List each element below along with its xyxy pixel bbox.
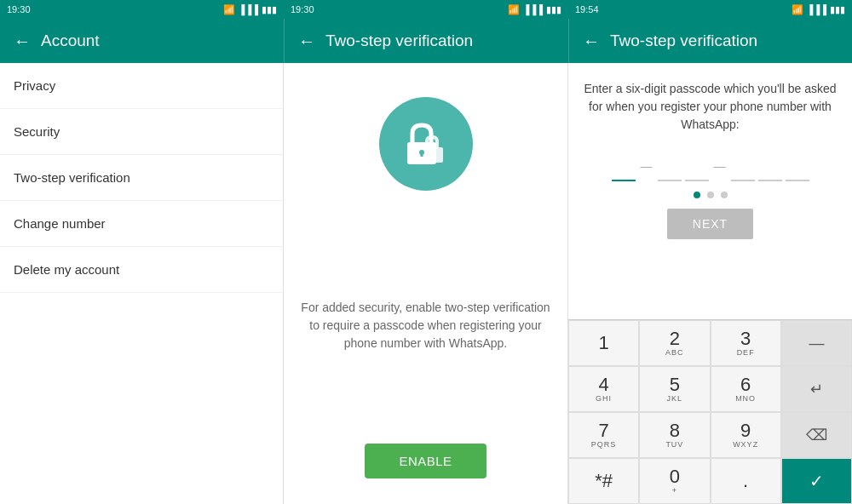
wifi-icon-right: 📶: [792, 4, 803, 15]
app-bar-mid: ← Two-step verification: [284, 19, 568, 63]
status-bar-right: 19:54 📶 ▐▐▐ ▮▮▮: [568, 0, 852, 19]
passcode-digit-2[interactable]: [658, 151, 682, 181]
numpad-key-5[interactable]: 5 JKL: [639, 366, 710, 412]
numpad-key-0[interactable]: 0 +: [639, 458, 710, 504]
numpad-letters-3: DEF: [737, 348, 755, 357]
numpad-letters-4: GHI: [596, 394, 612, 403]
status-bars: 19:30 📶 ▐▐▐ ▮▮▮ 19:30 📶 ▐▐▐ ▮▮▮ 19:54 📶 …: [0, 0, 852, 19]
status-bar-mid: 19:30 📶 ▐▐▐ ▮▮▮: [284, 0, 568, 19]
numpad-num-3: 3: [740, 329, 751, 348]
back-button-left[interactable]: ←: [14, 32, 31, 51]
numpad-key-dash[interactable]: —: [781, 320, 852, 366]
numpad-key-4[interactable]: 4 GHI: [568, 366, 639, 412]
svg-rect-1: [424, 147, 443, 163]
passcode-digit-6[interactable]: [786, 151, 809, 181]
numpad-num-7: 7: [599, 421, 609, 440]
signal-icon-mid: ▐▐▐: [523, 4, 543, 14]
back-button-right[interactable]: ←: [583, 32, 600, 51]
passcode-description: Enter a six-digit passcode which you'll …: [582, 80, 838, 134]
app-bar-title-right: Two-step verification: [610, 32, 757, 50]
time-right: 19:54: [575, 4, 599, 14]
dots-row: [582, 192, 838, 198]
passcode-digit-1[interactable]: [612, 151, 636, 181]
enable-button[interactable]: ENABLE: [365, 444, 486, 478]
numpad-letters-8: TUV: [665, 440, 683, 449]
numpad-key-confirm[interactable]: ✓: [781, 458, 852, 504]
dot-2: [707, 192, 714, 198]
signal-icon: ▐▐▐: [239, 4, 258, 14]
passcode-digit-5[interactable]: [758, 151, 782, 181]
wifi-icon: 📶: [223, 4, 235, 15]
next-button[interactable]: NEXT: [667, 209, 753, 239]
numpad-key-return[interactable]: ↵: [781, 366, 852, 412]
numpad-key-1[interactable]: 1: [568, 320, 639, 366]
menu-item-two-step[interactable]: Two-step verification: [0, 155, 283, 201]
battery-icon-mid: ▮▮▮: [546, 4, 561, 15]
numpad-num-6: 6: [740, 375, 751, 394]
panel-right: Enter a six-digit passcode which you'll …: [568, 63, 852, 504]
time-mid: 19:30: [291, 4, 314, 14]
numpad-return: ↵: [810, 380, 823, 398]
numpad-num-5: 5: [670, 375, 680, 394]
numpad-num-9: 9: [740, 421, 751, 440]
menu-item-security[interactable]: Security: [0, 109, 283, 155]
numpad-period: .: [743, 472, 748, 490]
numpad-key-backspace[interactable]: ⌫: [781, 412, 852, 458]
panel-mid: For added security, enable two-step veri…: [284, 63, 568, 504]
app-bar-title-mid: Two-step verification: [325, 32, 473, 50]
status-icons-right: 📶 ▐▐▐ ▮▮▮: [792, 4, 845, 15]
passcode-input-row: — —: [582, 151, 838, 181]
numpad-key-6[interactable]: 6 MNO: [711, 366, 781, 412]
numpad-letters-5: JKL: [667, 394, 683, 403]
app-bar-left: ← Account: [0, 19, 284, 63]
numpad: 1 2 ABC 3 DEF — 4 GHI 5 JKL: [568, 319, 852, 504]
lock-icon-circle: [379, 97, 473, 191]
panel-left: Privacy Security Two-step verification C…: [0, 63, 284, 504]
numpad-num-4: 4: [599, 375, 609, 394]
dot-1: [694, 192, 700, 198]
app-bar-title-left: Account: [41, 32, 100, 50]
backspace-icon: ⌫: [806, 426, 827, 444]
svg-rect-3: [420, 152, 423, 157]
lock-icon: [400, 118, 452, 169]
status-bar-left: 19:30 📶 ▐▐▐ ▮▮▮: [0, 0, 284, 19]
app-bars: ← Account ← Two-step verification ← Two-…: [0, 19, 852, 63]
numpad-num-2: 2: [670, 329, 680, 348]
menu-item-change-number[interactable]: Change number: [0, 201, 283, 247]
battery-icon: ▮▮▮: [262, 4, 277, 15]
numpad-num-8: 8: [670, 421, 680, 440]
numpad-letters-9: WXYZ: [733, 440, 758, 449]
app-bar-right: ← Two-step verification: [568, 19, 852, 63]
status-icons-mid: 📶 ▐▐▐ ▮▮▮: [508, 4, 561, 15]
confirm-icon: ✓: [809, 471, 824, 491]
numpad-key-9[interactable]: 9 WXYZ: [711, 412, 781, 458]
numpad-num-0: 0: [670, 467, 680, 486]
numpad-key-3[interactable]: 3 DEF: [711, 320, 781, 366]
numpad-num-1: 1: [599, 334, 609, 352]
separator-2: —: [714, 159, 726, 173]
passcode-digit-3[interactable]: [685, 151, 709, 181]
numpad-letters-7: PQRS: [591, 440, 617, 449]
verification-description: For added security, enable two-step veri…: [297, 299, 554, 352]
passcode-digit-4[interactable]: [731, 151, 755, 181]
numpad-key-7[interactable]: 7 PQRS: [568, 412, 639, 458]
numpad-star-hash: *#: [595, 472, 613, 490]
numpad-dash: —: [809, 335, 824, 352]
time-left: 19:30: [7, 4, 31, 14]
lock-icon-container: [379, 80, 473, 191]
numpad-letters-0: +: [672, 486, 677, 495]
menu-item-delete-account[interactable]: Delete my account: [0, 247, 283, 293]
back-button-mid[interactable]: ←: [298, 32, 315, 51]
signal-icon-right: ▐▐▐: [807, 4, 826, 14]
numpad-letters-6: MNO: [735, 394, 756, 403]
numpad-key-2[interactable]: 2 ABC: [639, 320, 710, 366]
menu-item-privacy[interactable]: Privacy: [0, 63, 283, 109]
numpad-key-star-hash[interactable]: *#: [568, 458, 639, 504]
wifi-icon-mid: 📶: [508, 4, 520, 15]
numpad-key-period[interactable]: .: [711, 458, 781, 504]
numpad-key-8[interactable]: 8 TUV: [639, 412, 710, 458]
separator-1: —: [641, 159, 653, 173]
passcode-section: Enter a six-digit passcode which you'll …: [568, 63, 852, 319]
numpad-letters-2: ABC: [665, 348, 684, 357]
main-content: Privacy Security Two-step verification C…: [0, 63, 852, 504]
